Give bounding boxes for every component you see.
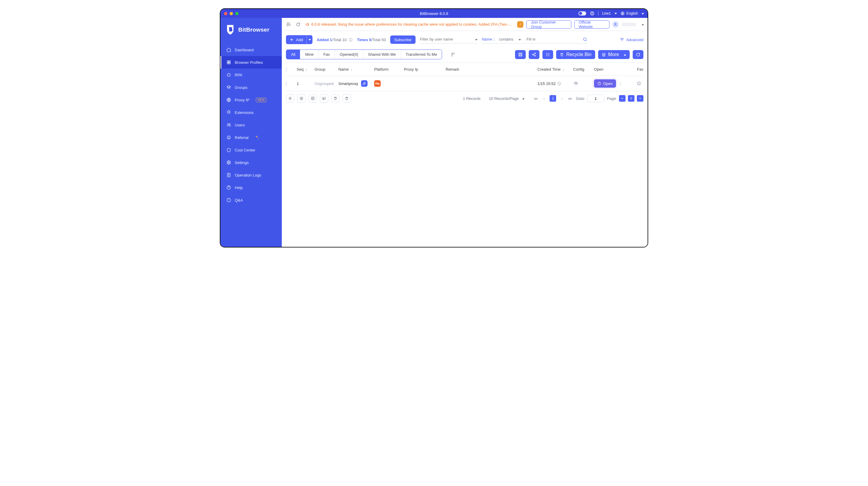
column-toggle [619,95,643,102]
tool-icon-3[interactable] [309,94,317,103]
th-open[interactable]: Open [594,67,603,72]
info-icon[interactable] [349,38,353,42]
svg-point-15 [615,23,616,24]
row-more-icon[interactable]: ⋮ [618,81,622,86]
th-created[interactable]: Created Time [537,67,561,72]
maximize-icon[interactable] [235,12,239,15]
tool-icon-6[interactable] [343,94,351,103]
search-icon[interactable] [582,37,588,42]
name-value-input[interactable] [526,36,577,42]
pager-current[interactable]: 1 [550,95,556,102]
tool-icon-5[interactable] [331,94,340,103]
th-fav[interactable]: Fav [637,67,643,72]
sidebar-item-operation-logs[interactable]: Operation Logs [220,169,282,181]
sidebar-item-label: RPA [235,73,243,77]
tab-all[interactable]: All [286,50,300,59]
pager-goto-input[interactable] [587,94,604,102]
theme-toggle[interactable] [579,11,586,16]
name-filter-field[interactable]: Name： contains [482,36,588,44]
tab-mine[interactable]: Mine [300,50,318,59]
sidebar-item-referral[interactable]: Referral [220,131,282,144]
row-checkbox[interactable] [286,81,286,86]
notification-badge[interactable] [517,21,523,28]
add-dropdown[interactable] [307,35,312,44]
user-avatar[interactable] [613,21,619,28]
minimize-icon[interactable] [230,12,233,15]
th-group[interactable]: Group [315,67,325,72]
th-seq[interactable]: Seq [297,67,304,72]
subscribe-button[interactable]: Subscribe [390,35,416,44]
pager-prev[interactable]: ‹ [541,96,547,101]
advanced-link[interactable]: Advanced [620,37,643,42]
favorite-star-icon[interactable] [636,81,642,86]
recycle-bin-button[interactable]: Recycle Bin [556,50,595,59]
close-icon[interactable] [224,12,227,15]
line-selector[interactable]: Line1 [602,11,617,16]
sidebar-item-groups[interactable]: Groups [220,81,282,94]
fingerprint-icon[interactable] [573,81,594,86]
share-button[interactable] [529,50,539,59]
select-all-checkbox[interactable] [286,67,286,72]
tool-icon-2[interactable] [297,94,306,103]
more-button[interactable]: More [598,50,630,59]
join-group-button[interactable]: Join Customer Group [526,20,571,29]
svg-point-0 [590,11,594,15]
sidebar-item-browser-profiles[interactable]: Browser Profiles [220,56,282,68]
col-toggle-down[interactable] [619,95,625,102]
user-menu-caret[interactable] [639,22,644,27]
sidebar-item-help[interactable]: Help [220,181,282,194]
add-button[interactable]: Add [286,35,307,44]
table-footer: 1 Records 10 Records/Page ⏮ ‹ 1 › ⏭ Goto… [282,91,648,106]
announcement[interactable]: 6.0.6 released, fixing the issue where p… [305,22,513,27]
sidebar-item-users[interactable]: Users [220,119,282,131]
col-toggle-collapse[interactable] [628,95,634,102]
tool-icon-1[interactable] [286,94,294,103]
pager-first[interactable]: ⏮ [533,96,538,101]
sidebar-item-dashboard[interactable]: Dashboard [220,44,282,56]
tool-icon-4[interactable] [320,94,328,103]
sidebar-item-extensions[interactable]: Extensions [220,106,282,119]
user-filter-field[interactable] [420,36,477,44]
th-platform[interactable]: Platform [374,67,389,72]
collapse-sidebar-icon[interactable] [285,22,291,27]
col-toggle-up[interactable] [637,95,643,102]
support-icon[interactable] [590,11,594,16]
chevron-down-icon[interactable] [516,37,521,41]
sort-arrow-icon[interactable]: ↓ [305,67,307,72]
filter-icon [620,37,624,42]
th-config[interactable]: Config [573,67,584,72]
chevron-down-icon[interactable] [473,37,477,41]
per-page-selector[interactable]: 10 Records/Page [489,96,525,101]
sidebar-item-proxy-ip[interactable]: Proxy IPNEW [220,94,282,106]
sort-arrow-icon[interactable]: ↓ [350,67,353,72]
tab-transferred-to-me[interactable]: Transferred To Me [401,50,442,59]
pager-next[interactable]: › [559,96,564,101]
sidebar-item-rpa[interactable]: RPA [220,68,282,81]
sort-arrow-icon[interactable]: ↓ [562,67,564,72]
official-website-button[interactable]: Official Website [574,20,610,29]
platform-badge: Hs [374,80,381,87]
open-button[interactable]: Open [594,79,616,88]
th-proxy[interactable]: Proxy Ip [404,67,418,72]
sidebar-item-label: Dashboard [235,48,254,52]
save-view-button[interactable] [515,50,526,59]
info-icon[interactable] [557,82,561,86]
reload-button[interactable] [633,50,643,59]
columns-button[interactable] [542,50,553,59]
sidebar-item-qa[interactable]: Q&A [220,194,282,206]
th-name[interactable]: Name [338,67,349,72]
tab-opened-0-[interactable]: Opened(0) [335,50,363,59]
sidebar-item-cost-center[interactable]: Cost Center [220,144,282,156]
pager-last[interactable]: ⏭ [567,96,573,101]
sort-icon[interactable] [451,52,456,57]
th-remark[interactable]: Remark [445,67,459,72]
sidebar-item-settings[interactable]: Settings [220,156,282,169]
tab-shared-with-me[interactable]: Shared With Me [363,50,401,59]
language-selector[interactable]: English [620,11,644,16]
sidebar-item-label: Browser Profiles [235,60,263,65]
refresh-icon[interactable] [296,22,302,27]
tab-fav[interactable]: Fav [319,50,335,59]
link-icon[interactable] [361,80,368,87]
user-filter-input[interactable] [420,36,470,42]
condition-value[interactable]: contains [499,37,513,41]
